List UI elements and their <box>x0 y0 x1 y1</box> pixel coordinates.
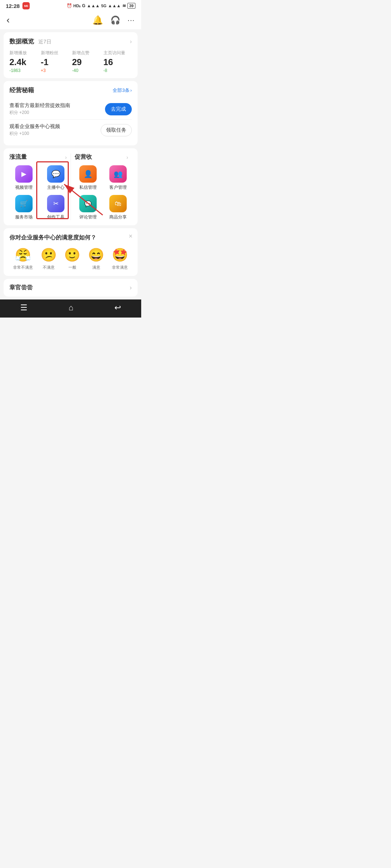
bottom-nav-menu-icon[interactable]: ☰ <box>20 303 28 312</box>
survey-label-1: 不满意 <box>43 265 55 270</box>
metric-fans-change: +3 <box>41 68 46 73</box>
notification-icon[interactable]: 🔔 <box>92 15 103 25</box>
signal-icon: G <box>82 3 85 8</box>
tool-video-management[interactable]: ▶ 视频管理 <box>9 165 38 191</box>
bottom-nav-bar: ☰ ⌂ ↩ <box>0 299 141 318</box>
top-nav: ‹ 🔔 🎧 ··· <box>0 11 141 29</box>
signal-bars2: ▲▲▲ <box>108 3 121 8</box>
metric-visits-label: 主页访问量 <box>104 50 125 56</box>
emoji-very-unhappy: 😤 <box>15 247 31 263</box>
data-grid: 新增播放 2.4k -1863 新增粉丝 -1 +3 新增点赞 29 -40 主… <box>9 50 132 73</box>
tool-customer-management[interactable]: 👥 客户管理 <box>105 165 132 191</box>
metric-plays-value: 2.4k <box>9 58 26 67</box>
task-1-button[interactable]: 领取任务 <box>101 124 132 136</box>
metric-plays-label: 新增播放 <box>9 50 27 56</box>
survey-options: 😤 非常不满意 😕 不满意 🙂 一般 😄 满意 🤩 非常满意 <box>9 247 132 270</box>
task-0-title: 查看官方最新经营提效指南 <box>9 102 105 109</box>
teaser-card[interactable]: 章官尝尝 › <box>4 279 138 297</box>
tools-col-left: 涨流量 › ▶ 视频管理 💬 主播中心 <box>9 153 71 220</box>
hd-icon: HD₂ <box>73 4 81 8</box>
tools-section-container: 涨流量 › ▶ 视频管理 💬 主播中心 <box>0 148 141 225</box>
metric-plays-change: -1863 <box>9 68 21 73</box>
emoji-happy: 😄 <box>88 247 104 263</box>
survey-label-2: 一般 <box>68 265 76 270</box>
metric-visits: 主页访问量 16 -8 <box>104 50 132 73</box>
tool-private-message[interactable]: 👤 私信管理 <box>75 165 102 191</box>
right-col-arrow[interactable]: › <box>126 154 128 160</box>
service-market-label: 服务市场 <box>15 214 33 220</box>
tool-creation-tools[interactable]: ✂ 创作工具 <box>41 195 70 220</box>
metric-fans-label: 新增粉丝 <box>41 50 58 56</box>
survey-option-1[interactable]: 😕 不满意 <box>41 247 57 270</box>
video-management-label: 视频管理 <box>15 184 33 191</box>
data-overview-card: 数据概览 近7日 › 新增播放 2.4k -1863 新增粉丝 -1 +3 新增… <box>4 32 138 78</box>
tools-section: 涨流量 › ▶ 视频管理 💬 主播中心 <box>4 148 138 225</box>
right-tools-grid: 👤 私信管理 👥 客户管理 💬 评论管理 <box>71 165 132 220</box>
left-col-title: 涨流量 <box>9 153 27 161</box>
right-col-title: 促营收 <box>75 153 92 161</box>
back-button[interactable]: ‹ <box>7 14 10 26</box>
survey-label-4: 非常满意 <box>112 265 128 270</box>
survey-option-0[interactable]: 😤 非常不满意 <box>13 247 33 270</box>
survey-label-0: 非常不满意 <box>13 265 33 270</box>
task-0-points: 积分 +200 <box>9 110 105 116</box>
customer-management-icon: 👥 <box>109 165 127 183</box>
emoji-very-happy: 🤩 <box>112 247 128 263</box>
teaser-arrow: › <box>130 284 132 292</box>
video-management-icon: ▶ <box>15 165 33 183</box>
status-bar: 12:28 ME ⏰ HD₂ G ▲▲▲ 5G ▲▲▲ ≋ 39 <box>0 0 141 11</box>
data-overview-arrow[interactable]: › <box>130 38 132 45</box>
metric-fans: 新增粉丝 -1 +3 <box>41 50 70 73</box>
task-1-points: 积分 +100 <box>9 131 101 137</box>
survey-option-2[interactable]: 🙂 一般 <box>64 247 80 270</box>
survey-title: 你对企业服务中心的满意度如何？ <box>9 234 132 242</box>
business-tips-arrow: › <box>130 88 132 93</box>
metric-likes-label: 新增点赞 <box>72 50 89 56</box>
customer-management-label: 客户管理 <box>109 184 127 191</box>
tools-col-right: 促营收 › 👤 私信管理 👥 客户管理 <box>71 153 132 220</box>
app-icon-label: ME <box>24 4 28 8</box>
bottom-nav-back-icon[interactable]: ↩ <box>114 303 121 312</box>
task-1-title: 观看企业服务中心视频 <box>9 123 101 130</box>
metric-likes-change: -40 <box>72 68 78 73</box>
metric-fans-value: -1 <box>41 58 49 67</box>
anchor-center-icon: 💬 <box>47 165 64 183</box>
task-item-0: 查看官方最新经营提效指南 积分 +200 去完成 <box>9 99 132 119</box>
business-tips-count[interactable]: 全部3条 › <box>113 87 132 94</box>
tool-service-market[interactable]: 🛒 服务市场 <box>9 195 38 220</box>
service-market-icon: 🛒 <box>15 195 33 212</box>
survey-card: × 你对企业服务中心的满意度如何？ 😤 非常不满意 😕 不满意 🙂 一般 😄 满… <box>4 228 138 276</box>
anchor-center-label: 主播中心 <box>47 184 64 191</box>
left-col-arrow[interactable]: › <box>65 154 67 160</box>
left-tools-grid: ▶ 视频管理 💬 主播中心 🛒 服务市场 <box>9 165 71 220</box>
more-icon[interactable]: ··· <box>127 16 135 24</box>
signal-bars: ▲▲▲ <box>87 3 100 8</box>
metric-likes-value: 29 <box>72 58 82 67</box>
metric-likes: 新增点赞 29 -40 <box>72 50 101 73</box>
status-time: 12:28 <box>6 3 20 9</box>
emoji-neutral: 🙂 <box>64 247 80 263</box>
private-message-icon: 👤 <box>79 165 97 183</box>
wifi-icon: ≋ <box>122 3 126 8</box>
survey-option-4[interactable]: 🤩 非常满意 <box>112 247 128 270</box>
headset-icon[interactable]: 🎧 <box>110 16 120 25</box>
data-overview-period: 近7日 <box>38 39 51 44</box>
status-icons-text: ⏰ <box>67 3 72 8</box>
status-app-icon: ME <box>22 2 30 9</box>
private-message-label: 私信管理 <box>79 184 97 191</box>
survey-option-3[interactable]: 😄 满意 <box>88 247 104 270</box>
creation-tools-icon: ✂ <box>47 195 64 212</box>
metric-visits-change: -8 <box>104 68 108 73</box>
survey-label-3: 满意 <box>92 265 100 270</box>
bottom-nav-home-icon[interactable]: ⌂ <box>68 303 73 312</box>
status-icons: ⏰ HD₂ G ▲▲▲ 5G ▲▲▲ ≋ 39 <box>67 3 135 9</box>
task-0-button[interactable]: 去完成 <box>105 103 132 115</box>
tool-comment-management[interactable]: 💬 评论管理 <box>75 195 102 220</box>
tool-anchor-center[interactable]: 💬 主播中心 <box>41 165 70 191</box>
survey-close-button[interactable]: × <box>129 233 133 240</box>
teaser-title: 章官尝尝 <box>9 284 33 292</box>
comment-management-label: 评论管理 <box>79 214 97 220</box>
comment-management-icon: 💬 <box>79 195 97 212</box>
tool-product-share[interactable]: 🛍 商品分享 <box>105 195 132 220</box>
metric-visits-value: 16 <box>104 58 113 67</box>
